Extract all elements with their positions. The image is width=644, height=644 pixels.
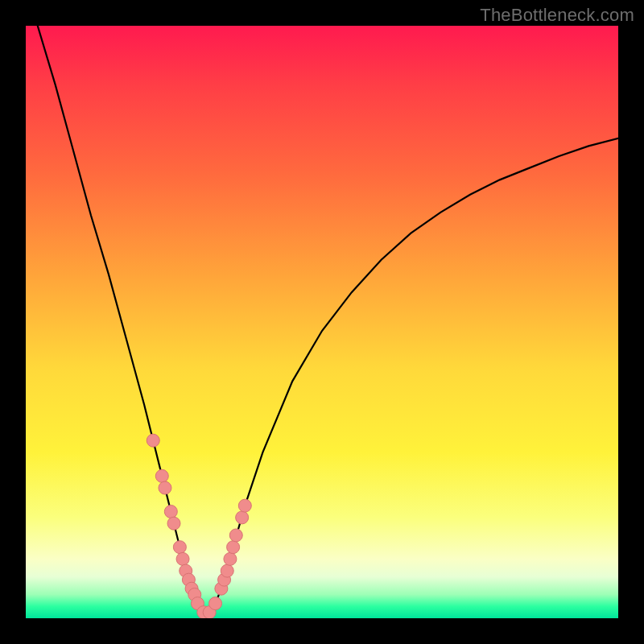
chart-frame: TheBottleneck.com [0, 0, 644, 644]
curve-marker [236, 511, 249, 524]
bottleneck-curve [26, 26, 618, 618]
plot-area [26, 26, 618, 618]
watermark-text: TheBottleneck.com [480, 5, 634, 26]
curve-marker [238, 499, 251, 512]
curve-marker [221, 564, 233, 577]
curve-marker [224, 552, 237, 565]
curve-marker [155, 469, 168, 482]
curve-marker [176, 552, 189, 565]
curve-marker [173, 541, 186, 554]
curve-marker [159, 481, 171, 494]
curve-marker [147, 434, 159, 447]
curve-marker [209, 597, 222, 610]
curve-marker [229, 529, 242, 542]
curve-marker [167, 517, 180, 530]
curve-marker [164, 506, 177, 518]
curve-marker [227, 541, 240, 554]
